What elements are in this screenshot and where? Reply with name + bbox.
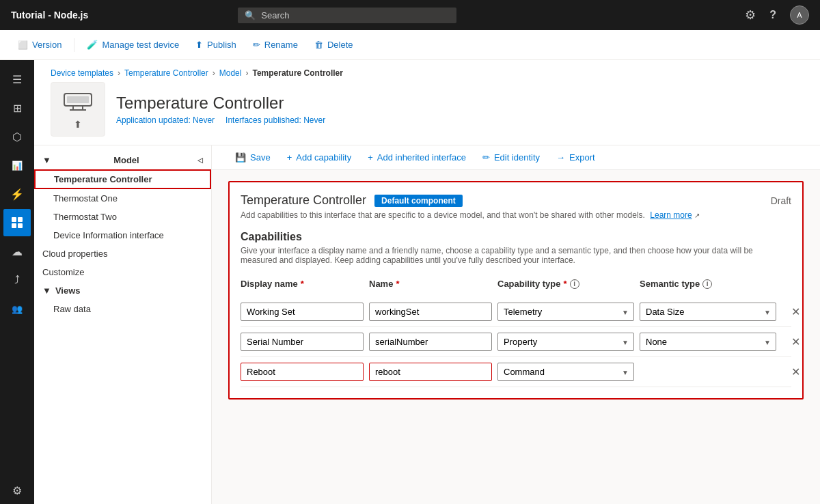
editor-panel: Temperature Controller Default component…	[212, 170, 820, 504]
component-description: Add capabilities to this interface that …	[241, 210, 791, 220]
col-display-name: Display name *	[241, 279, 364, 289]
breadcrumb: Device templates › Temperature Controlle…	[51, 68, 804, 78]
page-title: Temperature Controller	[116, 94, 325, 113]
page-title-text: Temperature Controller Application updat…	[116, 94, 325, 125]
expand-row-2-button[interactable]: ▼	[815, 337, 820, 348]
display-name-input-3[interactable]	[241, 363, 364, 381]
nav-cloud[interactable]: ☁	[3, 238, 31, 265]
add-inherited-button[interactable]: + Add inherited interface	[361, 150, 473, 165]
expand-row-3-button[interactable]: ▼	[815, 367, 820, 378]
semantic-type-select-wrap-2: None Data Size Temperature ▼	[640, 333, 776, 351]
remove-row-2-button[interactable]: ✕	[782, 335, 809, 348]
export-icon: →	[556, 152, 565, 163]
rename-icon: ✏	[253, 40, 260, 50]
table-row: Telemetry Property Command ▼ ✕ ▼	[241, 357, 791, 387]
publish-button[interactable]: ⬆ Publish	[189, 37, 243, 53]
name-input-2[interactable]	[369, 333, 492, 351]
display-name-input-1[interactable]	[241, 303, 364, 321]
semantic-type-select-1[interactable]: Data Size None Temperature	[640, 303, 776, 321]
meta-updated: Application updated: Never	[116, 115, 215, 125]
nav-devices[interactable]: ⬡	[3, 123, 31, 150]
name-input-3[interactable]	[369, 363, 492, 381]
col-name: Name *	[369, 279, 492, 289]
nav-analytics[interactable]: 📊	[3, 152, 31, 179]
remove-row-1-button[interactable]: ✕	[782, 305, 809, 318]
edit-identity-button[interactable]: ✏ Edit identity	[476, 150, 547, 165]
capability-type-select-1[interactable]: Telemetry Property Command	[497, 303, 634, 321]
device-icon-img	[63, 89, 93, 116]
rename-button[interactable]: ✏ Rename	[246, 37, 305, 53]
breadcrumb-sep-1: ›	[118, 68, 120, 78]
main-layout: ☰ ⊞ ⬡ 📊 ⚡ ☁ ⤴ 👥 ⚙ Device templates › Tem…	[0, 60, 820, 504]
search-placeholder: Search	[261, 10, 289, 20]
tree-model-chevron: ▼	[42, 155, 51, 165]
tree-item-raw-data[interactable]: Raw data	[34, 300, 211, 318]
remove-row-3-button[interactable]: ✕	[782, 365, 809, 378]
body-split: ▼ Model ◁ Temperature Controller Thermos…	[34, 145, 820, 504]
component-box: Temperature Controller Default component…	[228, 181, 804, 400]
nav-export[interactable]: ⤴	[3, 266, 31, 294]
semantic-type-select-wrap-1: Data Size None Temperature ▼	[640, 303, 776, 321]
version-button[interactable]: ⬜ Version	[11, 37, 68, 53]
nav-bottom-settings[interactable]: ⚙	[3, 477, 31, 504]
export-button[interactable]: → Export	[549, 150, 602, 165]
semantic-type-info-icon[interactable]: i	[702, 279, 712, 289]
tree-item-temperature-controller[interactable]: Temperature Controller	[34, 169, 211, 189]
tree-item-cloud-properties[interactable]: Cloud properties	[34, 244, 211, 263]
save-button[interactable]: 💾 Save	[228, 150, 277, 165]
flask-icon: 🧪	[87, 40, 98, 50]
nav-rules[interactable]: ⚡	[3, 180, 31, 208]
nav-users[interactable]: 👥	[3, 295, 31, 322]
learn-more-link[interactable]: Learn more	[650, 210, 692, 220]
expand-row-1-button[interactable]: ▼	[815, 307, 820, 318]
breadcrumb-current: Temperature Controller	[252, 68, 342, 78]
component-header: Temperature Controller Default component…	[241, 193, 791, 208]
tree-views-chevron: ▼	[42, 285, 51, 296]
page-header: Device templates › Temperature Controlle…	[34, 60, 820, 145]
capability-type-select-2[interactable]: Telemetry Property Command	[497, 333, 634, 351]
tree-sidebar: ▼ Model ◁ Temperature Controller Thermos…	[34, 145, 212, 504]
add-capability-button[interactable]: + Add capability	[280, 150, 359, 165]
nav-dashboard[interactable]: ⊞	[3, 94, 31, 122]
tree-item-device-information[interactable]: Device Information interface	[34, 226, 211, 244]
semantic-type-select-2[interactable]: None Data Size Temperature	[640, 333, 776, 351]
breadcrumb-device-templates[interactable]: Device templates	[51, 68, 113, 78]
tree-item-customize[interactable]: Customize	[34, 263, 211, 281]
external-link-icon: ↗	[694, 212, 700, 219]
tree-item-thermostat-one[interactable]: Thermostat One	[34, 189, 211, 208]
help-icon[interactable]: ?	[769, 9, 776, 21]
tree-item-thermostat-two[interactable]: Thermostat Two	[34, 208, 211, 226]
action-toolbar: 💾 Save + Add capability + Add inherited …	[212, 145, 820, 170]
settings-icon[interactable]: ⚙	[745, 8, 756, 23]
required-star-1: *	[301, 279, 304, 289]
capability-type-select-wrap-1: Telemetry Property Command ▼	[497, 303, 634, 321]
display-name-input-2[interactable]	[241, 333, 364, 351]
topbar: Tutorial - Node.js 🔍 Search ⚙ ? A	[0, 0, 820, 30]
capability-type-select-3[interactable]: Telemetry Property Command	[497, 363, 634, 381]
nav-templates[interactable]	[3, 209, 31, 236]
nav-hamburger[interactable]: ☰	[3, 66, 31, 93]
manage-test-device-button[interactable]: 🧪 Manage test device	[80, 37, 186, 53]
capabilities-title: Capabilities	[241, 231, 791, 243]
avatar[interactable]: A	[790, 5, 809, 25]
capability-type-select-wrap-2: Telemetry Property Command ▼	[497, 333, 634, 351]
col-capability-type: Capability type * i	[497, 279, 634, 289]
content-area: Device templates › Temperature Controlle…	[34, 60, 820, 504]
tree-collapse-icon[interactable]: ◁	[197, 156, 203, 164]
capability-type-info-icon[interactable]: i	[570, 279, 579, 289]
required-star-2: *	[396, 279, 399, 289]
name-input-1[interactable]	[369, 303, 492, 321]
breadcrumb-sep-3: ›	[245, 68, 248, 78]
main-toolbar: ⬜ Version 🧪 Manage test device ⬆ Publish…	[0, 30, 820, 60]
breadcrumb-template[interactable]: Temperature Controller	[124, 68, 208, 78]
delete-button[interactable]: 🗑 Delete	[308, 37, 360, 53]
add-capability-icon: +	[287, 152, 292, 163]
draft-label: Draft	[771, 195, 791, 206]
required-star-3: *	[563, 279, 566, 289]
device-icon-upload: ⬆	[74, 119, 82, 130]
tree-views-header[interactable]: ▼ Views	[34, 281, 211, 300]
breadcrumb-model[interactable]: Model	[219, 68, 242, 78]
component-title: Temperature Controller	[241, 193, 366, 208]
tree-model-header[interactable]: ▼ Model ◁	[34, 151, 211, 169]
search-bar[interactable]: 🔍 Search	[238, 8, 456, 23]
